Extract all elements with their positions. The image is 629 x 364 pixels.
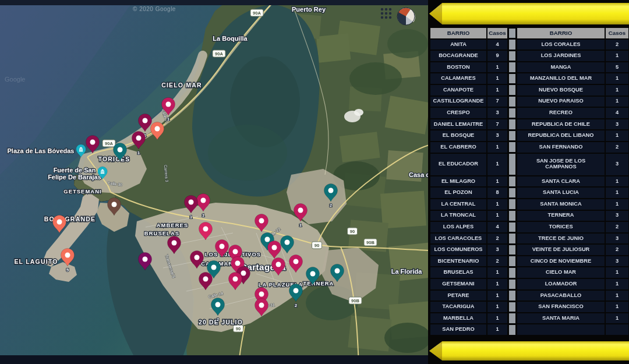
divider-cell <box>509 268 515 278</box>
casos-cell <box>606 324 628 335</box>
casos-cell: 1 <box>487 176 507 187</box>
casos-header: Casos <box>606 28 628 38</box>
cases-table: BARRIOCasosBARRIOCasosANITA4LOS CORALES2… <box>430 28 628 336</box>
table-row: LOS ALPES4TORICES2 <box>430 222 628 232</box>
place-label: TERNERA <box>303 280 334 287</box>
road-shield: 90B <box>364 239 377 246</box>
top-bar <box>0 0 431 5</box>
table-row: LA TRONCAL1TERNERA3 <box>430 211 628 221</box>
barrio-cell: CANAPOTE <box>430 85 486 96</box>
casos-cell: 1 <box>487 302 507 312</box>
divider-cell <box>509 85 515 95</box>
divider-cell <box>509 280 515 289</box>
pin-count-label: 1 <box>299 222 302 228</box>
casos-cell: 1 <box>606 291 628 301</box>
table-row: CALAMARES1MANZANILLO DEL MAR1 <box>430 73 628 84</box>
svg-text:90: 90 <box>314 243 319 248</box>
barrio-cell: NUEVO PARAISO <box>517 97 605 107</box>
place-label: Casa d <box>409 171 430 178</box>
svg-text:90: 90 <box>236 326 241 331</box>
casos-cell: 7 <box>487 97 507 107</box>
casos-cell: 1 <box>487 267 507 278</box>
table-row: EL MILAGRO1SANTA CLARA1 <box>430 176 628 187</box>
table-row: EL CABRERO1SAN FERNANDO2 <box>430 142 628 153</box>
place-label: EL LAGUITO <box>14 258 58 265</box>
casos-header: Casos <box>487 28 507 38</box>
casos-cell: 2 <box>487 256 507 267</box>
table-header-row: BARRIOCasosBARRIOCasos <box>430 28 628 38</box>
casos-cell: 3 <box>606 154 628 175</box>
barrio-cell: LOAMADOR <box>517 279 605 289</box>
barrio-cell: SANTA MONICA <box>517 199 605 210</box>
casos-cell: 1 <box>487 291 507 301</box>
barrio-cell: NUEVO BOSQUE <box>517 85 605 96</box>
divider-cell <box>509 188 515 198</box>
road-shield: 90 <box>348 228 358 235</box>
casos-cell: 1 <box>487 211 507 221</box>
casos-cell: 4 <box>606 108 628 118</box>
casos-cell: 5 <box>606 62 628 73</box>
svg-text:90A: 90A <box>253 10 261 16</box>
divider-cell <box>509 97 515 107</box>
road-shield: 90 <box>312 242 322 249</box>
casos-cell: 4 <box>487 40 507 50</box>
divider-cell <box>509 325 515 335</box>
barrio-cell: SANTA CLARA <box>517 176 605 187</box>
barrio-cell: LOS COMUNEROS <box>430 245 486 255</box>
place-label: La Boquilla <box>213 35 248 42</box>
divider-cell <box>509 256 515 266</box>
table-row: BRUSELAS1CIELO MAR1 <box>430 267 628 278</box>
barrio-header: BARRIO <box>430 28 486 38</box>
table-row: TACARIGUA1SAN FRANCISCO1 <box>430 302 628 312</box>
svg-text:90A: 90A <box>215 51 223 56</box>
yellow-ribbon-bottom <box>429 341 629 361</box>
table-row: LOS COMUNEROS3VEINTE DE JULIOSUR2 <box>430 245 628 255</box>
barrio-cell: EL MILAGRO <box>430 176 486 187</box>
barrio-cell: REPUBLICA DEL LIBANO <box>517 130 605 141</box>
barrio-cell: CRESPO <box>430 108 486 118</box>
casos-cell: 2 <box>606 245 628 255</box>
place-label: Fuerte de San <box>54 167 96 174</box>
pin-count-label: 2 <box>330 203 333 208</box>
barrio-cell: EL CABRERO <box>430 142 486 153</box>
barrio-cell: LA CENTRAL <box>430 199 486 210</box>
barrio-cell: EL BOSQUE <box>430 130 486 141</box>
road-shield: 90A <box>103 140 115 147</box>
divider-cell <box>509 51 515 61</box>
pin-count-label: 1 <box>137 150 140 156</box>
casos-cell: 1 <box>487 279 507 289</box>
casos-cell: 1 <box>487 313 507 324</box>
table-row: MARBELLA1SANTA MARIA1 <box>430 313 628 324</box>
divider-cell <box>509 291 515 301</box>
casos-cell: 2 <box>606 222 628 232</box>
satellite-map[interactable]: 90A90A90A909090B90B90Calle 30Calle 70Car… <box>0 0 431 364</box>
account-avatar[interactable] <box>397 8 415 25</box>
pin-count-label: 2 <box>217 317 220 322</box>
casos-cell: 2 <box>487 234 507 244</box>
barrio-cell: MANZANILLO DEL MAR <box>517 73 605 84</box>
map-region[interactable]: 90A90A90A909090B90B90Calle 30Calle 70Car… <box>0 0 431 364</box>
svg-text:90: 90 <box>350 229 355 234</box>
casos-cell: 8 <box>487 188 507 198</box>
barrio-cell: LOS ALPES <box>430 222 486 232</box>
barrio-cell: BOSTON <box>430 62 486 73</box>
apps-grid-icon[interactable] <box>381 8 391 19</box>
divider-cell <box>509 176 515 186</box>
table-row: EL BOSQUE3REPUBLICA DEL LIBANO1 <box>430 130 628 141</box>
barrio-cell: SAN FERNANDO <box>517 142 605 153</box>
casos-cell: 3 <box>487 245 507 255</box>
place-label: TORICES <box>98 156 130 162</box>
place-label: AMBERES <box>157 222 189 228</box>
svg-text:90B: 90B <box>366 240 374 245</box>
pin-count-label: 2 <box>295 303 298 308</box>
barrio-cell: TACARIGUA <box>430 302 486 312</box>
barrio-cell: VEINTE DE JULIOSUR <box>517 245 605 255</box>
barrio-cell: LOS CORALES <box>517 40 605 50</box>
casos-cell: 3 <box>606 234 628 244</box>
divider-cell <box>509 29 515 38</box>
table-row: GETSEMANI1LOAMADOR1 <box>430 279 628 289</box>
casos-cell: 1 <box>606 51 628 61</box>
svg-text:90A: 90A <box>105 141 113 146</box>
divider-cell <box>509 131 515 141</box>
divider-cell <box>509 313 515 323</box>
